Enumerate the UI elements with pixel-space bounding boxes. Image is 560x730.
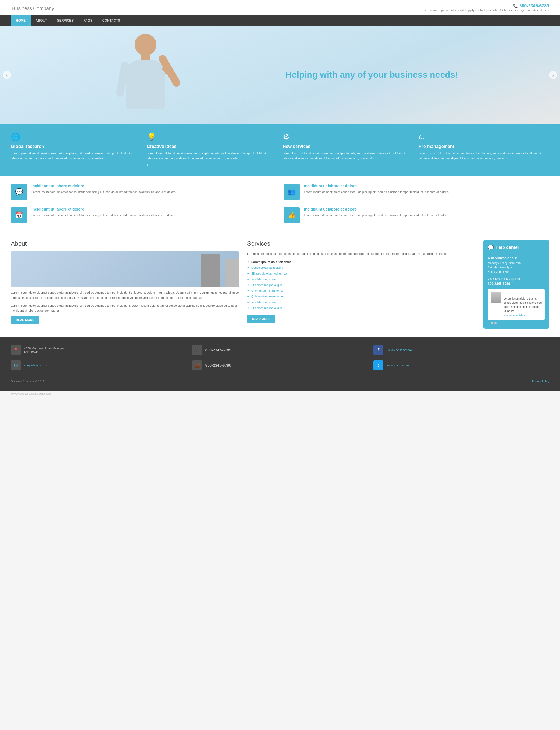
service-content-3: Incididunt ut labore et dolore Lorem ips…: [31, 207, 176, 218]
features-section: 🌐 Global research Lorem ipsum dolor sit …: [0, 124, 560, 176]
twitter-icon: t: [373, 360, 383, 370]
hero-next-arrow[interactable]: ›: [549, 71, 557, 79]
check-icon-1: ✔: [247, 260, 250, 264]
feature-2-desc: Lorem ipsum dolor sit amet conse ctetur …: [147, 151, 277, 161]
facebook-icon: f: [373, 345, 383, 355]
check-icon-5: ✔: [247, 283, 250, 287]
checklist-item-5: ✔Et dolore magna aliqua: [247, 282, 475, 288]
service-3-title: Incididunt ut labore et dolore: [31, 207, 176, 211]
logo-text: BusinessCompany: [11, 3, 54, 12]
hero-image: [16, 31, 275, 119]
feature-4-desc: Lorem ipsum dolor sit amet conse ctetur …: [419, 151, 549, 161]
privacy-policy-link[interactable]: Privacy Policy: [532, 380, 549, 383]
footer-phone-icon: 📞: [192, 345, 202, 355]
services-desc: Lorem ipsum dolor sit amet conse ctetur …: [247, 251, 475, 256]
chat-icon: 💬: [15, 188, 23, 196]
feature-creative-ideas: 💡 Creative ideas Lorem ipsum dolor sit a…: [147, 132, 277, 167]
nav-services[interactable]: SERVICES: [52, 15, 78, 26]
service-item-3: 📅 Incididunt ut labore et dolore Lorem i…: [11, 207, 277, 223]
feature-1-desc: Lorem ipsum dolor sit amet conse ctetur …: [11, 151, 141, 161]
footer-facebook-text: Follow on facebook: [386, 348, 412, 352]
checklist-item-7: ✔Quis nostrud exercitation: [247, 294, 475, 299]
person-body: [126, 60, 165, 109]
service-1-desc: Lorem ipsum dolor sit amet conse ctetur …: [31, 190, 176, 195]
service-item-1: 💬 Incididunt ut labore et dolore Lorem i…: [11, 184, 277, 200]
briefcase-icon: 🗂: [419, 132, 549, 141]
footer-grid: 📍 4578 Marmora Road, GlasgowD04 89GR 📞 8…: [11, 345, 549, 370]
copyright-text: Business Company © 2015: [11, 380, 44, 383]
team-icon: 👥: [288, 188, 296, 196]
checklist-item-9: ✔Et dolore magna aliqua: [247, 305, 475, 311]
checklist-item-1: ✔Lorem ipsum dolor sit amet: [247, 259, 475, 265]
footer-divider: [11, 376, 549, 376]
checklist-item-2: ✔Conse ctetur adipisicing: [247, 265, 475, 271]
hero-content: Helping with any of your business needs!: [0, 26, 560, 124]
footer-briefcase-icon: 💼: [192, 360, 202, 370]
check-icon-7: ✔: [247, 295, 250, 298]
testimonial-content: " Lorem ipsum dolor sit amet conse ctetu…: [504, 292, 542, 317]
hero-section: ‹ Helping with any of your business need…: [0, 26, 560, 124]
help-divider: [488, 254, 545, 254]
person-thumb: [166, 62, 170, 67]
footer-email: ✉ info@demolink.org: [11, 360, 187, 370]
phone-icon: 📞: [513, 4, 518, 8]
bulb-icon: 💡: [147, 132, 277, 141]
footer-phone-2: 💼 800-2345-6790: [192, 360, 368, 370]
check-icon-6: ✔: [247, 289, 250, 293]
footer-facebook: f Follow on facebook: [373, 345, 549, 355]
dot-1: [488, 322, 490, 324]
checklist-item-3: ✔Elit sed do eiusmod tempor: [247, 271, 475, 276]
email-icon: ✉: [11, 360, 21, 370]
page-header: BusinessCompany 📞 800-2345-6789 One of o…: [0, 0, 560, 15]
services-read-more-button[interactable]: READ MORE: [247, 315, 275, 323]
footer-address: 📍 4578 Marmora Road, GlasgowD04 89GR: [11, 345, 187, 355]
header-contact: 📞 800-2345-6789 One of our representativ…: [424, 4, 549, 12]
feature-1-title: Global research: [11, 144, 141, 149]
main-nav: HOME ABOUT SERVICES FAQS CONTACTS: [0, 15, 560, 26]
testimonial-link[interactable]: Incididunt ut labor: [504, 314, 525, 317]
feature-4-title: Pro management: [419, 144, 549, 149]
testimonial-box: " Lorem ipsum dolor sit amet conse ctetu…: [488, 289, 545, 320]
nav-faqs[interactable]: FAQS: [78, 15, 97, 26]
checklist-item-8: ✔Incididunt ut labore: [247, 299, 475, 305]
help-support-phone: 800-2345-6789: [488, 282, 545, 286]
feature-2-arrow: ›: [147, 162, 148, 167]
about-person-2: [225, 259, 239, 287]
header-phone: 📞 800-2345-6789: [424, 4, 549, 8]
testimonial-text: Lorem ipsum dolor sit amet conse ctetur …: [504, 297, 542, 313]
nav-about[interactable]: ABOUT: [31, 15, 52, 26]
service-content-1: Incididunt ut labore et dolore Lorem ips…: [31, 184, 176, 195]
footer-email-text: info@demolink.org: [24, 364, 49, 367]
help-title: Help center:: [488, 244, 545, 250]
footer-phone-1-text: 800-2345-6789: [205, 348, 231, 352]
service-icon-like: 👍: [284, 207, 300, 223]
help-support-title: 24/7 Online Support:: [488, 277, 545, 281]
service-item-2: 👥 Incididunt ut labore et dolore Lorem i…: [284, 184, 549, 200]
nav-contacts[interactable]: CONTACTS: [97, 15, 125, 26]
testimonial-avatar-image: [491, 292, 501, 303]
facebook-link[interactable]: Follow on facebook: [386, 348, 412, 352]
feature-2-title: Creative ideas: [147, 144, 277, 149]
feature-3-title: New services: [283, 144, 413, 149]
email-link[interactable]: info@demolink.org: [24, 364, 49, 367]
about-services-section: About Lorem ipsum dolor sit amet conse c…: [0, 232, 560, 337]
footer-address-text: 4578 Marmora Road, GlasgowD04 89GR: [24, 347, 65, 353]
location-icon: 📍: [11, 345, 21, 355]
service-2-title: Incididunt ut labore et dolore: [304, 184, 449, 188]
service-4-title: Incididunt ut labore et dolore: [304, 207, 449, 211]
nav-home[interactable]: HOME: [11, 15, 31, 26]
about-read-more-button[interactable]: READ MORE: [11, 316, 39, 324]
about-text-1: Lorem ipsum dolor sit amet conse ctetur …: [11, 290, 239, 300]
hero-prev-arrow[interactable]: ‹: [3, 71, 11, 79]
service-icon-calendar: 📅: [11, 207, 27, 223]
quote-icon: ": [504, 292, 542, 297]
check-icon-2: ✔: [247, 266, 250, 270]
services-column: Services Lorem ipsum dolor sit amet cons…: [247, 240, 475, 329]
checklist-item-6: ✔Ut enim ad minim veniam: [247, 288, 475, 294]
checklist-item-4: ✔Incididunt ut labore: [247, 276, 475, 282]
twitter-link[interactable]: Follow on Twitter: [386, 364, 409, 367]
dot-2: [491, 322, 493, 324]
about-text-2: Lorem ipsum dolor sit amet conse ctetur …: [11, 303, 239, 313]
service-4-desc: Lorem ipsum dolor sit amet conse ctetur …: [304, 213, 449, 218]
check-icon-8: ✔: [247, 300, 250, 304]
